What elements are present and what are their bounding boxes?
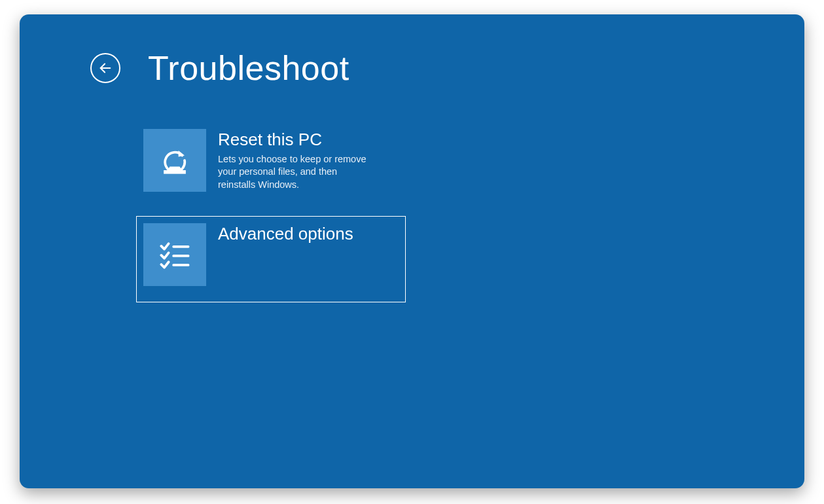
options-list: Reset this PC Lets you choose to keep or… xyxy=(136,122,404,310)
page-header: Troubleshoot xyxy=(90,51,349,85)
tile-text: Advanced options xyxy=(218,223,353,243)
tile-title: Reset this PC xyxy=(218,130,372,149)
recovery-screen: Troubleshoot Reset this PC Lets you choo… xyxy=(20,14,804,488)
back-button[interactable] xyxy=(90,53,120,83)
tile-advanced-options[interactable]: Advanced options xyxy=(136,216,406,302)
tile-title: Advanced options xyxy=(218,225,353,243)
page-title: Troubleshoot xyxy=(148,51,349,85)
svg-marker-3 xyxy=(168,166,183,170)
tile-description: Lets you choose to keep or remove your p… xyxy=(218,153,372,192)
svg-rect-2 xyxy=(164,170,186,174)
arrow-left-icon xyxy=(98,61,113,75)
tile-reset-this-pc[interactable]: Reset this PC Lets you choose to keep or… xyxy=(136,122,406,208)
checklist-icon xyxy=(143,223,206,286)
tile-text: Reset this PC Lets you choose to keep or… xyxy=(218,129,372,191)
svg-marker-1 xyxy=(179,151,185,156)
reset-pc-icon xyxy=(143,129,206,192)
